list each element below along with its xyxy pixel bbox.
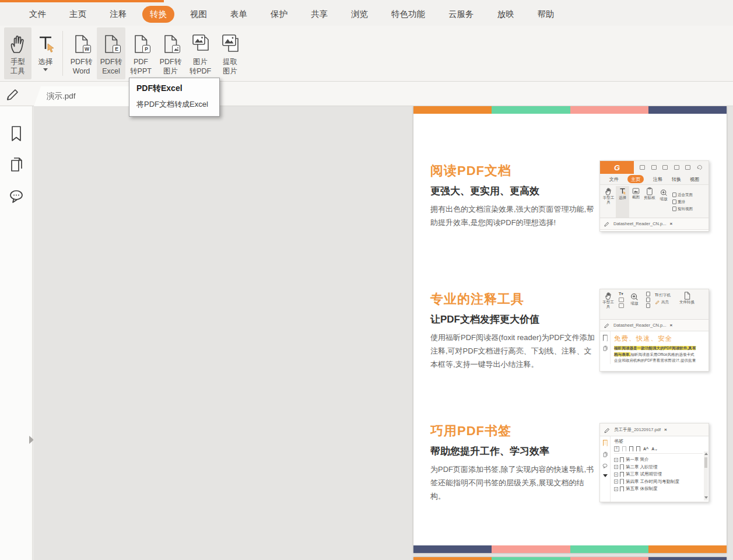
screenshot-annotation-ui: 手型工具 T▾ 缩放 TI 打字机 (599, 289, 709, 372)
menu-cloud[interactable]: 云服务 (441, 6, 482, 23)
mini1-menubar: 文件 主页 注释 转换 视图 (600, 174, 709, 185)
comments-panel-button[interactable] (8, 188, 24, 205)
mini3-tabrow: 员工手册_20120917.pdf × (600, 424, 709, 436)
screenshot-reader-ui: G 文件 主页 注释 转换 视图 手 (599, 160, 709, 232)
section2-title: 专业的注释工具 (430, 290, 524, 308)
pages-panel-button[interactable] (8, 156, 24, 174)
document-tabbar: 演示.pdf (0, 82, 733, 106)
menu-file[interactable]: 文件 (22, 6, 54, 23)
bookmark-list: +第一章 简介 +第二章 入职管理 +第三章 试用期管理 +第四章 工作时间与考… (614, 456, 703, 494)
menu-features[interactable]: 特色功能 (384, 6, 433, 23)
export-icon (674, 165, 679, 170)
pdf-page: 阅读PDF文档 更强大、更实用、更高效 拥有出色的文档渲染效果,强大的页面管理功… (413, 106, 727, 553)
mini2-toolbar: 手型工具 T▾ 缩放 TI 打字机 (600, 289, 709, 320)
save-icon (651, 165, 657, 170)
pdf-to-ppt-button[interactable]: P PDF转PPT (127, 27, 155, 79)
section3-subtitle: 帮助您提升工作、学习效率 (430, 444, 549, 458)
section3-title: 巧用PDF书签 (430, 422, 511, 440)
pdf-to-excel-icon: E (103, 34, 119, 54)
menu-browse[interactable]: 浏览 (343, 6, 376, 23)
bookmark-icon (603, 335, 608, 341)
hand-icon (9, 32, 27, 55)
mini2-doc-title: 免费、快速、安全 (614, 334, 696, 343)
close-icon: × (669, 323, 672, 328)
document-area[interactable]: 阅读PDF文档 更强大、更实用、更高效 拥有出色的文档渲染效果,强大的页面管理功… (33, 106, 733, 560)
comments-icon (602, 463, 608, 469)
screenshot-bookmarks-ui: 员工手册_20120917.pdf × 书签 ≡ (599, 423, 709, 502)
mini1-view-options: 适合页面 重排 旋转视图 (671, 186, 693, 218)
pdf-to-ppt-icon: P (133, 34, 149, 54)
mini1-toolbar: 手型工具 选择 截图 剪贴板 缩放 (600, 185, 709, 218)
pdf-to-excel-button[interactable]: E PDF转Excel (97, 27, 125, 79)
pages-icon (602, 452, 608, 458)
folder-icon (640, 165, 645, 170)
menu-present[interactable]: 放映 (490, 6, 522, 23)
bookmarks-panel-title: 书签 (614, 438, 703, 444)
select-tool-label: 选择 (38, 57, 53, 66)
menu-share[interactable]: 共享 (303, 6, 335, 23)
edit-pencil-icon (604, 426, 611, 433)
undo-icon (697, 165, 703, 170)
collapse-caret-icon (603, 474, 608, 477)
mini2-tabrow: Datasheet_Reader_CN.p... × (600, 320, 709, 331)
page-top-colorbar (413, 106, 727, 114)
mini3-panel-toolbar: ≡ A^ A⌄ (614, 446, 703, 454)
next-page-top-colorbar (413, 557, 727, 560)
menu-convert[interactable]: 转换 (142, 6, 174, 23)
section3-body: 为PDF页面添加书签,除了实现内容的快速导航,书签还能指明不同书签的层级关系,展… (430, 463, 595, 503)
menu-protect[interactable]: 保护 (263, 6, 295, 23)
mini1-tabrow: Datasheet_Reader_CN.p... × (600, 218, 709, 230)
section2-subtitle: 让PDF文档发挥更大价值 (430, 313, 539, 326)
toolbar: 手型工具 选择 W PDF转Word (0, 26, 733, 82)
image-to-pdf-button[interactable]: 图片转PDF (186, 27, 215, 79)
menu-comment[interactable]: 注释 (102, 6, 134, 23)
menu-home[interactable]: 主页 (62, 6, 94, 23)
mini1-quick-toolbar (634, 161, 709, 174)
printer-icon (662, 165, 668, 170)
pdf-to-image-icon (163, 34, 178, 54)
pdf-to-word-icon: W (73, 34, 89, 54)
section1-title: 阅读PDF文档 (430, 162, 511, 180)
menu-view[interactable]: 视图 (183, 6, 215, 23)
menubar: 文件 主页 注释 转换 视图 表单 保护 共享 浏览 特色功能 云服务 放映 帮… (0, 2, 733, 26)
mini2-document: 免费、快速、安全 福昕阅读器是一款功能强大的PDF阅读软件,真有 档与表单,福昕… (600, 331, 709, 364)
mini1-logo: G (600, 161, 634, 174)
tooltip-description: 将PDF文档转成Excel (136, 99, 212, 110)
navigation-sidebar (0, 106, 33, 560)
close-icon: × (664, 427, 667, 432)
mini3-scrollbar (704, 452, 708, 501)
toolbar-separator (62, 31, 63, 76)
document-tab-title: 演示.pdf (47, 91, 76, 102)
extract-image-button[interactable]: 提取图片 (216, 27, 244, 79)
menu-form[interactable]: 表单 (223, 6, 255, 23)
tooltip-title: PDF转Excel (136, 83, 212, 94)
section1-body: 拥有出色的文档渲染效果,强大的页面管理功能,帮助提升效率,是您阅读PDF的理想选… (430, 202, 595, 229)
select-caret-icon (43, 68, 48, 71)
section1-subtitle: 更强大、更实用、更高效 (430, 184, 539, 198)
close-icon: × (669, 221, 672, 226)
pdf-to-excel-tooltip: PDF转Excel 将PDF文档转成Excel (129, 78, 220, 117)
hand-tool-label: 手型工具 (10, 57, 25, 76)
bookmark-icon-active (603, 440, 608, 446)
pdf-to-word-button[interactable]: W PDF转Word (67, 27, 96, 79)
menu-help[interactable]: 帮助 (530, 6, 562, 23)
pdf-to-image-button[interactable]: PDF转图片 (156, 27, 185, 79)
bookmarks-panel-button[interactable] (8, 125, 24, 142)
edit-pencil-icon[interactable] (5, 85, 21, 102)
edit-pencil-icon (604, 220, 610, 227)
select-icon (36, 32, 55, 55)
page-bottom-colorbar (413, 545, 727, 553)
select-tool-button[interactable]: 选择 (33, 27, 58, 79)
edit-pencil-icon (604, 322, 610, 328)
section2-body: 使用福昕PDF阅读器(foxit reader)为PDF文件添加注释,可对PDF… (430, 331, 595, 371)
hand-tool-button[interactable]: 手型工具 (4, 27, 31, 79)
page-icon (685, 165, 690, 170)
pages-icon (602, 345, 608, 352)
